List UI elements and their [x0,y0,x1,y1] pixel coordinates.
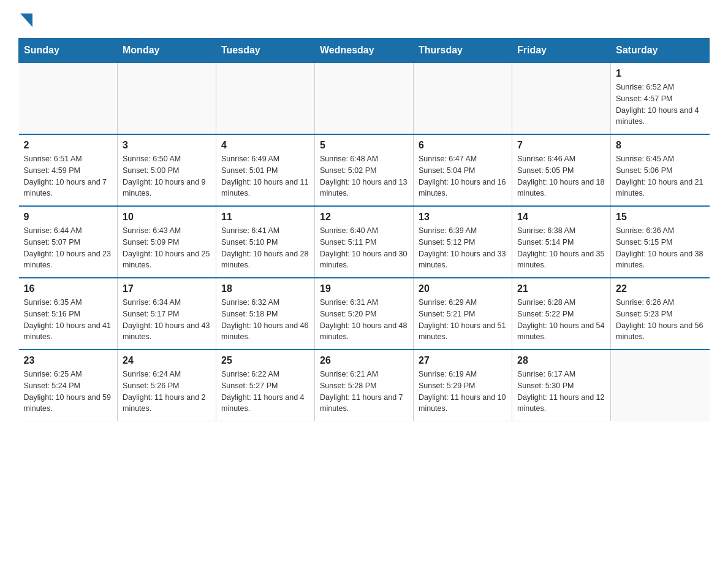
day-info: Sunrise: 6:50 AMSunset: 5:00 PMDaylight:… [123,153,211,199]
calendar-day-cell: 7Sunrise: 6:46 AMSunset: 5:05 PMDaylight… [512,134,611,206]
day-info: Sunrise: 6:29 AMSunset: 5:21 PMDaylight:… [419,297,507,343]
calendar-day-cell: 17Sunrise: 6:34 AMSunset: 5:17 PMDayligh… [118,278,216,350]
day-number: 19 [320,283,408,294]
day-number: 28 [517,355,605,366]
calendar-day-cell: 1Sunrise: 6:52 AMSunset: 4:57 PMDaylight… [611,63,710,134]
calendar-day-cell: 3Sunrise: 6:50 AMSunset: 5:00 PMDaylight… [118,134,216,206]
day-info: Sunrise: 6:45 AMSunset: 5:06 PMDaylight:… [616,153,705,199]
day-info: Sunrise: 6:46 AMSunset: 5:05 PMDaylight:… [517,153,605,199]
weekday-header-monday: Monday [118,39,216,63]
calendar-week-row: 2Sunrise: 6:51 AMSunset: 4:59 PMDaylight… [19,134,710,206]
day-number: 26 [320,355,408,366]
day-info: Sunrise: 6:26 AMSunset: 5:23 PMDaylight:… [616,297,705,343]
calendar-day-cell: 25Sunrise: 6:22 AMSunset: 5:27 PMDayligh… [216,350,315,421]
day-number: 9 [24,212,113,223]
day-number: 14 [517,212,605,223]
day-number: 10 [123,212,211,223]
day-info: Sunrise: 6:51 AMSunset: 4:59 PMDaylight:… [24,153,113,199]
day-info: Sunrise: 6:17 AMSunset: 5:30 PMDaylight:… [517,369,605,415]
day-info: Sunrise: 6:35 AMSunset: 5:16 PMDaylight:… [24,297,113,343]
calendar-day-cell: 21Sunrise: 6:28 AMSunset: 5:22 PMDayligh… [512,278,611,350]
weekday-header-wednesday: Wednesday [315,39,414,63]
day-number: 20 [419,283,507,294]
day-info: Sunrise: 6:43 AMSunset: 5:09 PMDaylight:… [123,225,211,271]
calendar-day-cell: 18Sunrise: 6:32 AMSunset: 5:18 PMDayligh… [216,278,315,350]
day-number: 7 [517,140,605,151]
calendar-day-cell: 27Sunrise: 6:19 AMSunset: 5:29 PMDayligh… [414,350,512,421]
day-info: Sunrise: 6:44 AMSunset: 5:07 PMDaylight:… [24,225,113,271]
calendar-day-cell: 20Sunrise: 6:29 AMSunset: 5:21 PMDayligh… [414,278,512,350]
day-info: Sunrise: 6:40 AMSunset: 5:11 PMDaylight:… [320,225,408,271]
calendar-day-cell: 28Sunrise: 6:17 AMSunset: 5:30 PMDayligh… [512,350,611,421]
day-info: Sunrise: 6:38 AMSunset: 5:14 PMDaylight:… [517,225,605,271]
day-info: Sunrise: 6:19 AMSunset: 5:29 PMDaylight:… [419,369,507,415]
day-info: Sunrise: 6:21 AMSunset: 5:28 PMDaylight:… [320,369,408,415]
day-number: 21 [517,283,605,294]
calendar-day-cell: 24Sunrise: 6:24 AMSunset: 5:26 PMDayligh… [118,350,216,421]
calendar-day-cell: 8Sunrise: 6:45 AMSunset: 5:06 PMDaylight… [611,134,710,206]
svg-marker-0 [20,13,32,27]
day-number: 15 [616,212,705,223]
calendar-day-cell: 11Sunrise: 6:41 AMSunset: 5:10 PMDayligh… [216,206,315,278]
day-number: 18 [221,283,309,294]
day-number: 27 [419,355,507,366]
day-info: Sunrise: 6:28 AMSunset: 5:22 PMDaylight:… [517,297,605,343]
calendar-day-cell [611,350,710,421]
day-info: Sunrise: 6:34 AMSunset: 5:17 PMDaylight:… [123,297,211,343]
calendar-day-cell [315,63,414,134]
day-info: Sunrise: 6:24 AMSunset: 5:26 PMDaylight:… [123,369,211,415]
calendar-week-row: 23Sunrise: 6:25 AMSunset: 5:24 PMDayligh… [19,350,710,421]
calendar-day-cell: 6Sunrise: 6:47 AMSunset: 5:04 PMDaylight… [414,134,512,206]
day-number: 4 [221,140,309,151]
weekday-header-row: SundayMondayTuesdayWednesdayThursdayFrid… [19,39,710,63]
calendar-day-cell: 5Sunrise: 6:48 AMSunset: 5:02 PMDaylight… [315,134,414,206]
calendar-day-cell: 19Sunrise: 6:31 AMSunset: 5:20 PMDayligh… [315,278,414,350]
logo [18,12,32,26]
day-info: Sunrise: 6:25 AMSunset: 5:24 PMDaylight:… [24,369,113,415]
day-number: 2 [24,140,113,151]
day-info: Sunrise: 6:36 AMSunset: 5:15 PMDaylight:… [616,225,705,271]
calendar-day-cell: 12Sunrise: 6:40 AMSunset: 5:11 PMDayligh… [315,206,414,278]
day-number: 8 [616,140,705,151]
calendar-day-cell [19,63,118,134]
calendar-week-row: 9Sunrise: 6:44 AMSunset: 5:07 PMDaylight… [19,206,710,278]
day-info: Sunrise: 6:32 AMSunset: 5:18 PMDaylight:… [221,297,309,343]
calendar-day-cell [414,63,512,134]
day-info: Sunrise: 6:31 AMSunset: 5:20 PMDaylight:… [320,297,408,343]
day-number: 22 [616,283,705,294]
day-number: 12 [320,212,408,223]
calendar-day-cell: 15Sunrise: 6:36 AMSunset: 5:15 PMDayligh… [611,206,710,278]
weekday-header-tuesday: Tuesday [216,39,315,63]
calendar-table: SundayMondayTuesdayWednesdayThursdayFrid… [18,38,710,421]
calendar-day-cell: 26Sunrise: 6:21 AMSunset: 5:28 PMDayligh… [315,350,414,421]
calendar-day-cell: 2Sunrise: 6:51 AMSunset: 4:59 PMDaylight… [19,134,118,206]
day-info: Sunrise: 6:49 AMSunset: 5:01 PMDaylight:… [221,153,309,199]
calendar-day-cell [118,63,216,134]
day-number: 23 [24,355,113,366]
weekday-header-sunday: Sunday [19,39,118,63]
day-info: Sunrise: 6:22 AMSunset: 5:27 PMDaylight:… [221,369,309,415]
calendar-day-cell: 10Sunrise: 6:43 AMSunset: 5:09 PMDayligh… [118,206,216,278]
calendar-week-row: 16Sunrise: 6:35 AMSunset: 5:16 PMDayligh… [19,278,710,350]
calendar-day-cell: 4Sunrise: 6:49 AMSunset: 5:01 PMDaylight… [216,134,315,206]
day-number: 25 [221,355,309,366]
day-info: Sunrise: 6:52 AMSunset: 4:57 PMDaylight:… [616,82,705,128]
calendar-week-row: 1Sunrise: 6:52 AMSunset: 4:57 PMDaylight… [19,63,710,134]
day-info: Sunrise: 6:47 AMSunset: 5:04 PMDaylight:… [419,153,507,199]
weekday-header-thursday: Thursday [414,39,512,63]
day-number: 3 [123,140,211,151]
day-info: Sunrise: 6:39 AMSunset: 5:12 PMDaylight:… [419,225,507,271]
calendar-day-cell [216,63,315,134]
day-number: 11 [221,212,309,223]
calendar-day-cell: 9Sunrise: 6:44 AMSunset: 5:07 PMDaylight… [19,206,118,278]
page-header [18,12,710,26]
calendar-day-cell: 13Sunrise: 6:39 AMSunset: 5:12 PMDayligh… [414,206,512,278]
calendar-day-cell: 22Sunrise: 6:26 AMSunset: 5:23 PMDayligh… [611,278,710,350]
day-number: 13 [419,212,507,223]
day-number: 16 [24,283,113,294]
weekday-header-friday: Friday [512,39,611,63]
calendar-day-cell: 23Sunrise: 6:25 AMSunset: 5:24 PMDayligh… [19,350,118,421]
day-number: 24 [123,355,211,366]
day-number: 17 [123,283,211,294]
calendar-day-cell [512,63,611,134]
